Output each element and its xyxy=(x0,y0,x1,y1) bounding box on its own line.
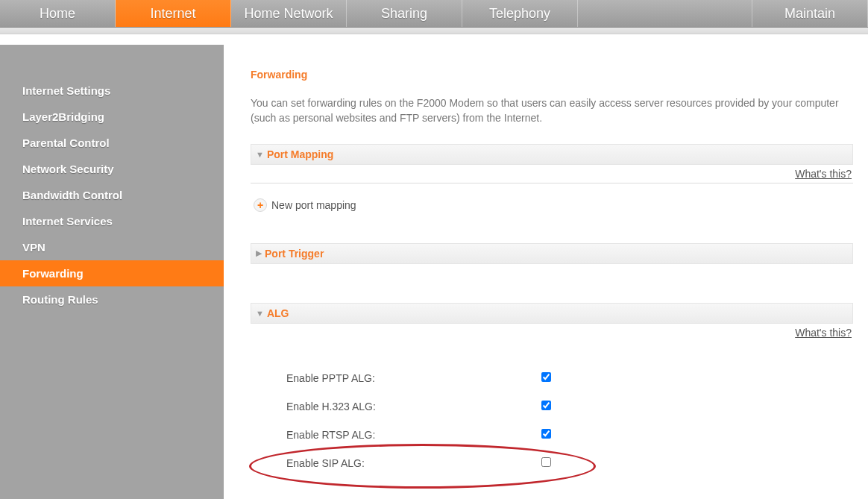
new-port-mapping-link[interactable]: New port mapping xyxy=(271,199,356,211)
sidebar-item-bandwidth-control[interactable]: Bandwidth Control xyxy=(0,182,224,208)
nav-underbar xyxy=(0,28,868,34)
sidebar-item-parental-control[interactable]: Parental Control xyxy=(0,130,224,156)
tab-home-network[interactable]: Home Network xyxy=(231,0,347,27)
main-content: Forwarding You can set forwarding rules … xyxy=(224,45,868,499)
sidebar-item-vpn[interactable]: VPN xyxy=(0,234,224,260)
alg-label-h323: Enable H.323 ALG: xyxy=(286,401,541,412)
alg-checkbox-sip[interactable] xyxy=(541,457,551,467)
sidebar-item-routing-rules[interactable]: Routing Rules xyxy=(0,286,224,313)
plus-icon[interactable]: + xyxy=(254,198,267,212)
whats-this-row-alg: What's this? xyxy=(251,324,853,342)
alg-label-rtsp: Enable RTSP ALG: xyxy=(286,429,541,441)
alg-label-pptp: Enable PPTP ALG: xyxy=(286,372,541,384)
alg-label-sip: Enable SIP ALG: xyxy=(286,457,541,469)
sidebar-item-internet-settings[interactable]: Internet Settings xyxy=(0,78,224,104)
whats-this-link[interactable]: What's this? xyxy=(795,327,852,339)
chevron-right-icon: ▶ xyxy=(256,248,262,258)
alg-row-sip: Enable SIP ALG: xyxy=(286,449,853,477)
tab-internet[interactable]: Internet xyxy=(116,0,231,27)
top-nav: Home Internet Home Network Sharing Telep… xyxy=(0,0,868,28)
chevron-down-icon: ▼ xyxy=(256,150,264,159)
sidebar-item-forwarding[interactable]: Forwarding xyxy=(0,260,224,286)
page-description: You can set forwarding rules on the F200… xyxy=(251,95,840,126)
page-body: Internet Settings Layer2Bridging Parenta… xyxy=(0,45,868,499)
whats-this-link[interactable]: What's this? xyxy=(795,168,852,180)
section-title-port-trigger: Port Trigger xyxy=(265,248,324,260)
port-mapping-actions: +New port mapping xyxy=(251,183,853,234)
sidebar-item-layer2bridging[interactable]: Layer2Bridging xyxy=(0,104,224,130)
tab-home[interactable]: Home xyxy=(0,0,116,27)
alg-options: Enable PPTP ALG: Enable H.323 ALG: Enabl… xyxy=(251,342,853,492)
alg-row-pptp: Enable PPTP ALG: xyxy=(286,364,853,392)
alg-checkbox-rtsp[interactable] xyxy=(541,429,551,439)
sidebar-item-internet-services[interactable]: Internet Services xyxy=(0,208,224,234)
sidebar: Internet Settings Layer2Bridging Parenta… xyxy=(0,45,224,499)
alg-row-rtsp: Enable RTSP ALG: xyxy=(286,421,853,449)
alg-row-h323: Enable H.323 ALG: xyxy=(286,392,853,421)
tab-telephony[interactable]: Telephony xyxy=(462,0,578,27)
alg-checkbox-pptp[interactable] xyxy=(541,372,551,382)
tab-spacer xyxy=(578,0,752,27)
whats-this-row-port-mapping: What's this? xyxy=(251,165,853,183)
page-title: Forwarding xyxy=(251,69,853,81)
chevron-down-icon: ▼ xyxy=(256,309,264,318)
section-title-alg: ALG xyxy=(267,307,289,319)
section-header-port-mapping[interactable]: ▼ Port Mapping xyxy=(251,144,853,165)
tab-maintain[interactable]: Maintain xyxy=(752,0,868,27)
section-header-port-trigger[interactable]: ▶ Port Trigger xyxy=(251,243,853,264)
sidebar-item-network-security[interactable]: Network Security xyxy=(0,156,224,182)
section-header-alg[interactable]: ▼ ALG xyxy=(251,303,853,324)
section-title-port-mapping: Port Mapping xyxy=(267,148,333,160)
alg-checkbox-h323[interactable] xyxy=(541,401,551,410)
tab-sharing[interactable]: Sharing xyxy=(347,0,462,27)
